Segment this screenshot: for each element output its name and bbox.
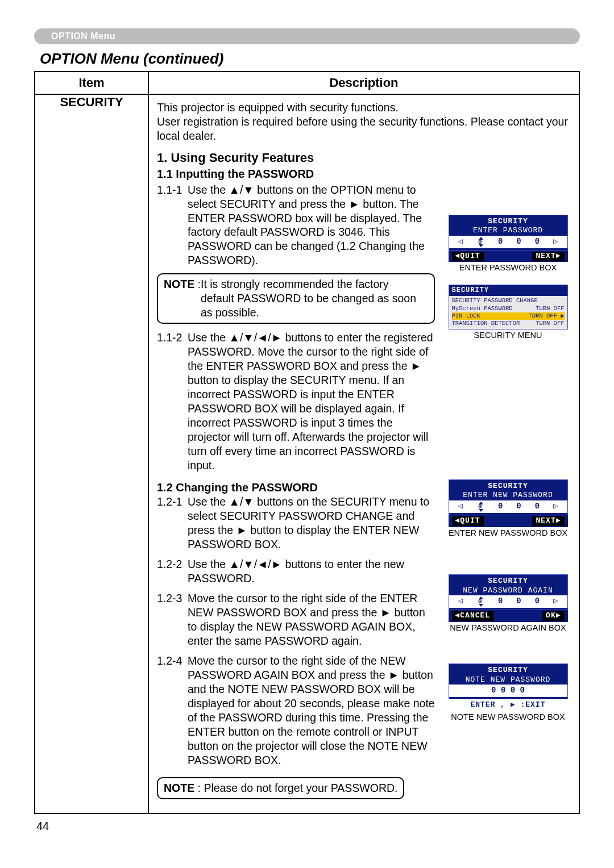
figure-enter-password-box: SECURITY ENTER PASSWORD ◁ 0 0 0 0 ▷ <box>449 215 568 273</box>
section-1-1-heading: 1.1 Inputting the PASSWORD <box>157 167 572 182</box>
column-header-description: Description <box>148 72 579 94</box>
note-text-line1: It is strongly recommended the factory <box>201 278 389 290</box>
step-number: 1.2-4 <box>157 654 188 767</box>
osd-title: SECURITY <box>449 217 567 227</box>
figure-caption: ENTER PASSWORD BOX <box>449 263 568 273</box>
note-box-1: NOTE : It is strongly recommended the fa… <box>157 273 435 324</box>
osd-next-label: NEXT► <box>532 252 564 261</box>
header-tab: OPTION Menu <box>34 28 580 44</box>
step-number: 1.2-2 <box>157 557 188 586</box>
figure-security-menu: SECURITY SECURITY PASSWORD CHANGE MyScre… <box>449 285 568 341</box>
step-body: Use the ▲/▼ buttons on the OPTION menu t… <box>188 183 435 268</box>
osd-quit-label: ◄QUIT <box>452 252 484 261</box>
page-number: 44 <box>36 820 580 833</box>
arrow-left-icon: ◁ <box>458 237 462 247</box>
step-number: 1.1-1 <box>157 183 188 268</box>
figure-enter-new-password-box: SECURITY ENTER NEW PASSWORD ◁ 0 0 0 0 ▷ <box>449 479 568 538</box>
step-1-2-4: 1.2-4 Move the cursor to the right side … <box>157 654 435 767</box>
osd-menu-header: SECURITY <box>449 285 567 296</box>
figure-note-new-password-box: SECURITY NOTE NEW PASSWORD 0 0 0 0 ENTER… <box>449 663 568 722</box>
page-title: OPTION Menu (continued) <box>40 50 580 68</box>
step-number: 1.1-2 <box>157 331 188 473</box>
step-1-2-1: 1.2-1 Use the ▲/▼ buttons on the SECURIT… <box>157 495 435 552</box>
header-tab-label: OPTION Menu <box>51 31 115 41</box>
figure-new-password-again-box: SECURITY NEW PASSWORD AGAIN ◁ 0 0 0 0 ▷ <box>449 574 568 633</box>
section-1-2-heading: 1.2 Changing the PASSWORD <box>157 481 435 495</box>
main-table: Item Description SECURITY This projector… <box>34 71 580 814</box>
figure-caption: SECURITY MENU <box>449 331 568 340</box>
step-body: Move the cursor to the right side of the… <box>188 591 435 648</box>
note-box-2: NOTE : Please do not forget your PASSWOR… <box>157 777 404 799</box>
section-1-heading: 1. Using Security Features <box>157 150 572 166</box>
step-number: 1.2-1 <box>157 495 188 552</box>
column-header-item: Item <box>35 72 148 94</box>
figure-caption: NEW PASSWORD AGAIN BOX <box>449 623 568 633</box>
step-1-2-2: 1.2-2 Use the ▲/▼/◄/► buttons to enter t… <box>157 557 435 586</box>
arrow-right-icon: ▷ <box>553 237 558 247</box>
figure-caption: ENTER NEW PASSWORD BOX <box>449 528 568 538</box>
step-number: 1.2-3 <box>157 591 188 648</box>
step-1-1-1: 1.1-1 Use the ▲/▼ buttons on the OPTION … <box>157 183 435 268</box>
step-1-1-2: 1.1-2 Use the ▲/▼/◄/► buttons to enter t… <box>157 331 435 473</box>
step-body: Use the ▲/▼ buttons on the SECURITY menu… <box>188 495 435 552</box>
description-cell: This projector is equipped with security… <box>148 94 579 813</box>
step-1-2-3: 1.2-3 Move the cursor to the right side … <box>157 591 435 648</box>
note-text-line2: default PASSWORD to be changed as soon a… <box>201 292 416 319</box>
figure-caption: NOTE NEW PASSWORD BOX <box>449 712 568 722</box>
step-body: Use the ▲/▼/◄/► buttons to enter the new… <box>188 557 435 586</box>
osd-digit-row: ◁ 0 0 0 0 ▷ <box>449 236 567 248</box>
note-label: NOTE <box>164 278 194 290</box>
step-body: Use the ▲/▼/◄/► buttons to enter the reg… <box>188 331 435 473</box>
step-body: Move the cursor to the right side of the… <box>188 654 435 767</box>
item-cell-security: SECURITY <box>35 94 148 813</box>
osd-exit-row: ENTER , ▶ :EXIT <box>449 699 568 711</box>
intro-text: This projector is equipped with security… <box>157 101 572 143</box>
osd-subtitle: ENTER PASSWORD <box>449 226 567 236</box>
osd-plain-digits: 0 0 0 0 <box>449 685 567 697</box>
